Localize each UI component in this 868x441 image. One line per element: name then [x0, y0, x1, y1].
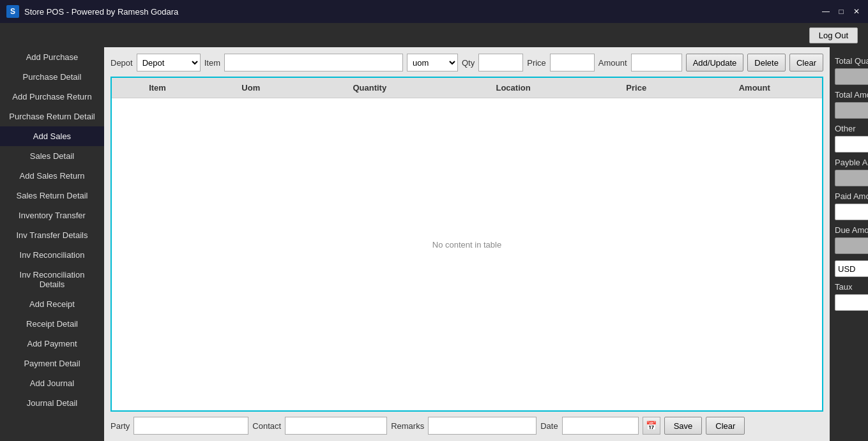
bottom-clear-button[interactable]: Clear	[706, 417, 745, 435]
right-panel: Total Quantity Total Amount Other Payble…	[830, 47, 868, 441]
data-table: Item Uom Quantity Location Price Amount	[112, 78, 822, 98]
add-update-button[interactable]: Add/Update	[686, 54, 744, 71]
sidebar-item-receipt-detail[interactable]: Receipt Detail	[0, 314, 104, 334]
amount-label: Amount	[598, 58, 627, 68]
sidebar-item-add-journal[interactable]: Add Journal	[0, 373, 104, 393]
party-label: Party	[110, 421, 130, 431]
total-quantity-label: Total Quantity	[835, 56, 868, 66]
sidebar-item-inv-transfer-details[interactable]: Inv Transfer Details	[0, 225, 104, 245]
item-label: Item	[204, 58, 220, 68]
payable-amount-value	[835, 170, 868, 186]
sidebar-item-journal-detail[interactable]: Journal Detail	[0, 393, 104, 413]
due-amount-value	[835, 237, 868, 254]
sidebar-item-payment-detail[interactable]: Payment Detail	[0, 354, 104, 373]
sidebar-item-add-purchase[interactable]: Add Purchase	[0, 47, 104, 67]
table-header-row: Item Uom Quantity Location Price Amount	[112, 78, 822, 98]
sidebar-item-sales-return-detail[interactable]: Sales Return Detail	[0, 186, 104, 206]
payable-amount-label: Payble Amount	[835, 158, 868, 167]
date-input[interactable]: 3/27/2021	[562, 417, 639, 435]
remarks-label: Remarks	[391, 421, 424, 431]
sidebar-item-add-purchase-return[interactable]: Add Purchase Return	[0, 87, 104, 107]
party-input[interactable]	[133, 417, 248, 435]
taux-label: Taux	[835, 282, 868, 292]
table-container: Item Uom Quantity Location Price Amount …	[110, 77, 823, 412]
main-layout: Add PurchasePurchase DetailAdd Purchase …	[0, 47, 868, 441]
calendar-button[interactable]: 📅	[643, 417, 660, 435]
sidebar-item-add-sales-return[interactable]: Add Sales Return	[0, 166, 104, 186]
date-label: Date	[540, 421, 558, 431]
content-area: Depot Depot Item uom Qty Price Amount Ad…	[104, 47, 830, 441]
menu-bar: Log Out	[0, 23, 868, 47]
app-icon: S	[6, 5, 19, 18]
paid-amount-input[interactable]	[835, 204, 868, 220]
total-quantity-value	[835, 68, 868, 85]
depot-label: Depot	[110, 58, 133, 68]
sidebar-item-inv-reconciliation-details[interactable]: Inv Reconciliation Details	[0, 265, 104, 294]
col-quantity: Quantity	[299, 78, 441, 98]
title-bar: S Store POS - Powered by Ramesh Godara —…	[0, 0, 868, 23]
toolbar: Depot Depot Item uom Qty Price Amount Ad…	[110, 54, 823, 71]
col-item: Item	[112, 78, 203, 98]
depot-select[interactable]: Depot	[137, 54, 201, 71]
sidebar-item-add-payment[interactable]: Add Payment	[0, 334, 104, 354]
qty-input[interactable]	[478, 54, 523, 71]
other-label: Other	[835, 124, 868, 133]
taux-input[interactable]	[835, 294, 868, 311]
bottom-bar: Party Contact Remarks Date 3/27/2021 📅 S…	[110, 417, 823, 435]
other-input[interactable]	[835, 136, 868, 153]
minimize-button[interactable]: —	[821, 6, 831, 17]
contact-label: Contact	[252, 421, 281, 431]
price-label: Price	[527, 58, 546, 68]
sidebar-item-inventory-transfer[interactable]: Inventory Transfer	[0, 206, 104, 225]
total-amount-label: Total Amount	[835, 90, 868, 100]
sidebar-item-purchase-return-detail[interactable]: Purchase Return Detail	[0, 107, 104, 126]
close-button[interactable]: ✕	[851, 6, 862, 17]
col-uom: Uom	[203, 78, 299, 98]
logout-button[interactable]: Log Out	[809, 27, 858, 43]
col-location: Location	[441, 78, 586, 98]
paid-amount-label: Paid Amount	[835, 191, 868, 201]
toolbar-clear-button[interactable]: Clear	[789, 54, 823, 71]
col-amount: Amount	[687, 78, 822, 98]
uom-select[interactable]: uom	[407, 54, 458, 71]
delete-button[interactable]: Delete	[747, 54, 786, 71]
sidebar-item-inv-reconciliation[interactable]: Inv Reconciliation	[0, 245, 104, 265]
qty-label: Qty	[462, 58, 475, 68]
contact-input[interactable]	[285, 417, 387, 435]
currency-select[interactable]: USD	[835, 260, 868, 277]
sidebar: Add PurchasePurchase DetailAdd Purchase …	[0, 47, 104, 441]
maximize-button[interactable]: □	[836, 6, 846, 17]
sidebar-item-sales-detail[interactable]: Sales Detail	[0, 146, 104, 166]
amount-input[interactable]	[631, 54, 682, 71]
due-amount-label: Due Amount	[835, 225, 868, 235]
col-price: Price	[586, 78, 687, 98]
remarks-input[interactable]	[428, 417, 537, 435]
window-controls: — □ ✕	[821, 6, 862, 17]
price-input[interactable]	[550, 54, 595, 71]
total-amount-value	[835, 102, 868, 119]
save-button[interactable]: Save	[664, 417, 703, 435]
item-input[interactable]	[224, 54, 403, 71]
sidebar-item-add-receipt[interactable]: Add Receipt	[0, 294, 104, 314]
sidebar-item-purchase-detail[interactable]: Purchase Detail	[0, 67, 104, 87]
no-content-message: No content in table	[432, 239, 501, 249]
title-text: Store POS - Powered by Ramesh Godara	[24, 7, 821, 17]
sidebar-item-add-sales[interactable]: Add Sales	[0, 126, 104, 146]
